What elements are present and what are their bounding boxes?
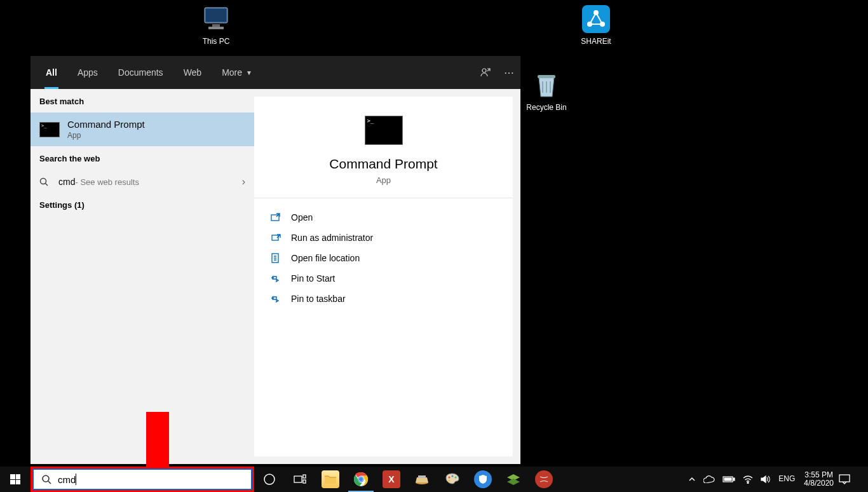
action-center-button[interactable] [839,474,864,484]
wifi-icon[interactable] [739,475,757,484]
action-open-location[interactable]: Open file location [271,248,496,268]
chevron-right-icon: › [242,176,245,188]
web-hint: - See web results [75,177,139,187]
svg-point-15 [43,475,49,482]
svg-rect-4 [582,5,610,33]
svg-rect-18 [294,476,302,482]
svg-rect-8 [538,75,555,78]
desktop-icon-recycle-bin[interactable]: Recycle Bin [521,70,572,112]
action-pin-taskbar[interactable]: Pin to taskbar [271,289,496,309]
recycle-bin-icon [531,70,562,100]
svg-point-17 [264,474,275,484]
terminal-icon [39,122,60,137]
monitor-icon [201,4,231,34]
svg-line-16 [48,481,51,484]
chrome-icon [352,470,370,488]
search-icon [39,177,50,186]
folder-icon [271,253,283,263]
svg-point-10 [41,179,46,184]
svg-point-35 [747,482,749,484]
taskbar-app-x[interactable]: X [376,467,407,492]
taskbar-app-security[interactable] [468,467,498,492]
svg-point-27 [449,477,451,479]
terminal-icon [365,116,403,145]
annotation-highlight-box: cmd [31,467,254,492]
tab-more[interactable]: More▼ [212,56,262,89]
tab-web[interactable]: Web [173,56,212,89]
section-best-match: Best match [31,89,254,113]
search-filter-tabs: All Apps Documents Web More▼ ⋯ [31,56,520,89]
taskbar-app-chrome[interactable] [346,467,376,492]
windows-logo-icon [10,474,20,484]
tab-apps[interactable]: Apps [67,56,108,89]
system-tray: ENG 3:55 PM 4/8/2020 [684,467,868,492]
feedback-icon[interactable] [480,67,491,78]
action-open[interactable]: Open [271,207,496,228]
svg-point-9 [482,69,486,72]
taskbar-app-explorer[interactable] [315,467,346,492]
preview-subtitle: App [267,175,500,185]
svg-point-24 [359,477,363,481]
taskbar-app-cricket[interactable] [529,467,559,492]
section-settings[interactable]: Settings (1) [31,194,254,216]
folder-icon [322,470,339,488]
battery-icon[interactable] [719,475,739,483]
svg-rect-26 [418,475,426,478]
tray-overflow-button[interactable] [684,475,700,483]
svg-rect-34 [724,478,731,481]
svg-rect-3 [208,27,224,29]
desktop-icon-label: This PC [191,37,241,46]
task-view-button[interactable] [285,467,315,492]
svg-rect-19 [303,475,306,478]
app-icon: X [383,470,400,488]
taskbar-app-bluestacks[interactable] [498,467,529,492]
taskbar-search-box[interactable]: cmd [32,468,252,490]
onedrive-icon[interactable] [700,475,719,483]
language-indicator[interactable]: ENG [775,475,799,483]
desktop-icon-this-pc[interactable]: This PC [191,4,241,46]
result-subtitle: App [67,131,145,140]
palette-icon [444,470,461,488]
taskbar-app-drive[interactable] [407,467,437,492]
result-web-cmd[interactable]: cmd - See web results › [31,170,254,194]
preview-title: Command Prompt [267,156,500,172]
result-command-prompt[interactable]: Command Prompt App [31,113,254,146]
svg-point-29 [455,477,457,479]
svg-line-11 [46,184,48,186]
desktop-icon-label: Recycle Bin [521,103,572,112]
taskbar-app-paint[interactable] [437,467,468,492]
clock[interactable]: 3:55 PM 4/8/2020 [799,471,839,488]
svg-point-30 [449,480,451,482]
shield-icon [474,470,492,488]
svg-rect-20 [303,480,306,483]
svg-rect-2 [212,24,220,27]
section-search-web: Search the web [31,146,254,170]
more-options-icon[interactable]: ⋯ [504,67,514,79]
pin-icon [271,274,283,283]
pin-icon [271,294,283,303]
tab-all[interactable]: All [36,56,67,89]
taskbar: cmd X [0,467,868,492]
desktop-icon-shareit[interactable]: SHAREit [571,4,621,46]
shareit-icon [581,4,611,34]
action-run-admin[interactable]: Run as administrator [271,228,496,248]
desktop-icon-label: SHAREit [571,37,621,46]
start-button[interactable] [0,467,31,492]
open-icon [271,213,283,222]
drive-icon [413,470,431,488]
volume-icon[interactable] [757,475,775,484]
action-pin-start[interactable]: Pin to Start [271,268,496,289]
svg-rect-1 [206,9,226,22]
tab-documents[interactable]: Documents [108,56,173,89]
svg-rect-36 [839,475,850,482]
search-icon [41,474,51,484]
svg-rect-33 [733,478,735,481]
search-results-list: Best match Command Prompt App Search the… [31,89,254,464]
web-query: cmd [58,177,75,187]
cortana-button[interactable] [254,467,285,492]
search-preview-pane: Command Prompt App Open Run as administr… [254,97,513,456]
svg-point-28 [452,475,454,477]
svg-point-31 [538,474,550,485]
ball-icon [535,470,553,488]
layers-icon [505,470,522,488]
